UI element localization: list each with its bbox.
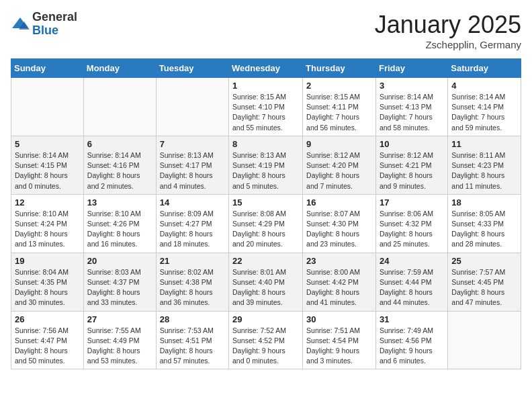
day-info: Sunrise: 8:01 AM Sunset: 4:40 PM Dayligh… bbox=[232, 267, 299, 308]
day-number: 19 bbox=[15, 256, 80, 266]
day-number: 31 bbox=[380, 314, 444, 324]
day-info: Sunrise: 8:03 AM Sunset: 4:37 PM Dayligh… bbox=[87, 267, 152, 308]
calendar-cell: 25Sunrise: 7:57 AM Sunset: 4:45 PM Dayli… bbox=[448, 253, 521, 311]
location-label: Zschepplin, Germany bbox=[375, 39, 521, 50]
day-info: Sunrise: 8:14 AM Sunset: 4:15 PM Dayligh… bbox=[15, 150, 80, 191]
page-header: General Blue January 2025 Zschepplin, Ge… bbox=[11, 11, 521, 50]
day-info: Sunrise: 8:06 AM Sunset: 4:32 PM Dayligh… bbox=[380, 209, 444, 250]
day-number: 23 bbox=[306, 256, 372, 266]
calendar-table: SundayMondayTuesdayWednesdayThursdayFrid… bbox=[11, 58, 521, 369]
calendar-week-row: 12Sunrise: 8:10 AM Sunset: 4:24 PM Dayli… bbox=[11, 194, 521, 253]
header-day-thursday: Thursday bbox=[303, 59, 376, 78]
calendar-cell: 20Sunrise: 8:03 AM Sunset: 4:37 PM Dayli… bbox=[83, 253, 156, 311]
calendar-cell: 14Sunrise: 8:09 AM Sunset: 4:27 PM Dayli… bbox=[156, 194, 228, 253]
day-number: 17 bbox=[380, 197, 444, 208]
calendar-cell: 16Sunrise: 8:07 AM Sunset: 4:30 PM Dayli… bbox=[303, 194, 376, 253]
calendar-cell: 7Sunrise: 8:13 AM Sunset: 4:17 PM Daylig… bbox=[156, 136, 228, 194]
calendar-cell: 31Sunrise: 7:49 AM Sunset: 4:56 PM Dayli… bbox=[375, 311, 447, 369]
day-info: Sunrise: 7:57 AM Sunset: 4:45 PM Dayligh… bbox=[451, 267, 517, 308]
day-info: Sunrise: 8:14 AM Sunset: 4:16 PM Dayligh… bbox=[87, 150, 152, 191]
calendar-week-row: 19Sunrise: 8:04 AM Sunset: 4:35 PM Dayli… bbox=[11, 253, 521, 311]
logo-blue-label: Blue bbox=[32, 24, 77, 38]
day-info: Sunrise: 8:04 AM Sunset: 4:35 PM Dayligh… bbox=[15, 267, 80, 308]
header-day-friday: Friday bbox=[375, 59, 447, 78]
day-info: Sunrise: 8:11 AM Sunset: 4:23 PM Dayligh… bbox=[451, 150, 517, 191]
month-title: January 2025 bbox=[375, 11, 521, 39]
header-day-monday: Monday bbox=[83, 59, 156, 78]
day-number: 4 bbox=[451, 81, 517, 91]
day-info: Sunrise: 8:12 AM Sunset: 4:20 PM Dayligh… bbox=[306, 150, 372, 191]
day-number: 11 bbox=[451, 139, 517, 149]
day-number: 18 bbox=[451, 197, 517, 208]
calendar-cell: 19Sunrise: 8:04 AM Sunset: 4:35 PM Dayli… bbox=[11, 253, 84, 311]
calendar-cell: 26Sunrise: 7:56 AM Sunset: 4:47 PM Dayli… bbox=[11, 311, 84, 369]
day-info: Sunrise: 8:15 AM Sunset: 4:11 PM Dayligh… bbox=[306, 92, 372, 133]
logo-general-label: General bbox=[32, 11, 77, 24]
calendar-cell: 15Sunrise: 8:08 AM Sunset: 4:29 PM Dayli… bbox=[229, 194, 303, 253]
day-info: Sunrise: 8:08 AM Sunset: 4:29 PM Dayligh… bbox=[232, 209, 299, 250]
calendar-cell: 21Sunrise: 8:02 AM Sunset: 4:38 PM Dayli… bbox=[156, 253, 228, 311]
day-info: Sunrise: 8:12 AM Sunset: 4:21 PM Dayligh… bbox=[380, 150, 444, 191]
calendar-cell: 28Sunrise: 7:53 AM Sunset: 4:51 PM Dayli… bbox=[156, 311, 228, 369]
day-info: Sunrise: 7:59 AM Sunset: 4:44 PM Dayligh… bbox=[380, 267, 444, 308]
calendar-week-row: 1Sunrise: 8:15 AM Sunset: 4:10 PM Daylig… bbox=[11, 78, 521, 136]
day-info: Sunrise: 7:51 AM Sunset: 4:54 PM Dayligh… bbox=[306, 326, 372, 367]
day-info: Sunrise: 7:56 AM Sunset: 4:47 PM Dayligh… bbox=[15, 326, 80, 367]
day-info: Sunrise: 8:02 AM Sunset: 4:38 PM Dayligh… bbox=[160, 267, 225, 308]
day-info: Sunrise: 8:05 AM Sunset: 4:33 PM Dayligh… bbox=[451, 209, 517, 250]
day-number: 15 bbox=[232, 197, 299, 208]
calendar-week-row: 5Sunrise: 8:14 AM Sunset: 4:15 PM Daylig… bbox=[11, 136, 521, 194]
header-day-wednesday: Wednesday bbox=[229, 59, 303, 78]
logo-icon bbox=[11, 15, 30, 34]
header-day-sunday: Sunday bbox=[11, 59, 84, 78]
day-number: 22 bbox=[232, 256, 299, 266]
day-info: Sunrise: 8:00 AM Sunset: 4:42 PM Dayligh… bbox=[306, 267, 372, 308]
day-info: Sunrise: 7:49 AM Sunset: 4:56 PM Dayligh… bbox=[380, 326, 444, 367]
day-number: 9 bbox=[306, 139, 372, 149]
calendar-cell: 17Sunrise: 8:06 AM Sunset: 4:32 PM Dayli… bbox=[375, 194, 447, 253]
calendar-cell: 2Sunrise: 8:15 AM Sunset: 4:11 PM Daylig… bbox=[303, 78, 376, 136]
day-number: 6 bbox=[87, 139, 152, 149]
day-number: 8 bbox=[232, 139, 299, 149]
calendar-cell: 11Sunrise: 8:11 AM Sunset: 4:23 PM Dayli… bbox=[448, 136, 521, 194]
title-block: January 2025 Zschepplin, Germany bbox=[375, 11, 521, 50]
day-number: 7 bbox=[160, 139, 225, 149]
calendar-cell: 4Sunrise: 8:14 AM Sunset: 4:14 PM Daylig… bbox=[448, 78, 521, 136]
calendar-cell bbox=[83, 78, 156, 136]
calendar-cell bbox=[448, 311, 521, 369]
day-info: Sunrise: 8:10 AM Sunset: 4:24 PM Dayligh… bbox=[15, 209, 80, 250]
day-number: 16 bbox=[306, 197, 372, 208]
day-info: Sunrise: 7:55 AM Sunset: 4:49 PM Dayligh… bbox=[87, 326, 152, 367]
day-number: 13 bbox=[87, 197, 152, 208]
day-info: Sunrise: 7:52 AM Sunset: 4:52 PM Dayligh… bbox=[232, 326, 299, 367]
day-number: 12 bbox=[15, 197, 80, 208]
calendar-cell: 18Sunrise: 8:05 AM Sunset: 4:33 PM Dayli… bbox=[448, 194, 521, 253]
day-number: 30 bbox=[306, 314, 372, 324]
day-number: 2 bbox=[306, 81, 372, 91]
day-number: 21 bbox=[160, 256, 225, 266]
day-info: Sunrise: 8:14 AM Sunset: 4:14 PM Dayligh… bbox=[451, 92, 517, 133]
calendar-cell: 29Sunrise: 7:52 AM Sunset: 4:52 PM Dayli… bbox=[229, 311, 303, 369]
day-number: 10 bbox=[380, 139, 444, 149]
calendar-cell: 23Sunrise: 8:00 AM Sunset: 4:42 PM Dayli… bbox=[303, 253, 376, 311]
day-number: 24 bbox=[380, 256, 444, 266]
day-number: 5 bbox=[15, 139, 80, 149]
day-info: Sunrise: 8:07 AM Sunset: 4:30 PM Dayligh… bbox=[306, 209, 372, 250]
day-info: Sunrise: 8:15 AM Sunset: 4:10 PM Dayligh… bbox=[232, 92, 299, 133]
header-row: SundayMondayTuesdayWednesdayThursdayFrid… bbox=[11, 59, 521, 78]
calendar-cell: 27Sunrise: 7:55 AM Sunset: 4:49 PM Dayli… bbox=[83, 311, 156, 369]
calendar-cell bbox=[156, 78, 228, 136]
calendar-cell: 6Sunrise: 8:14 AM Sunset: 4:16 PM Daylig… bbox=[83, 136, 156, 194]
day-number: 25 bbox=[451, 256, 517, 266]
calendar-cell: 22Sunrise: 8:01 AM Sunset: 4:40 PM Dayli… bbox=[229, 253, 303, 311]
day-info: Sunrise: 8:09 AM Sunset: 4:27 PM Dayligh… bbox=[160, 209, 225, 250]
day-number: 29 bbox=[232, 314, 299, 324]
calendar-week-row: 26Sunrise: 7:56 AM Sunset: 4:47 PM Dayli… bbox=[11, 311, 521, 369]
day-number: 20 bbox=[87, 256, 152, 266]
logo: General Blue bbox=[11, 11, 77, 38]
day-number: 28 bbox=[160, 314, 225, 324]
calendar-cell: 3Sunrise: 8:14 AM Sunset: 4:13 PM Daylig… bbox=[375, 78, 447, 136]
day-info: Sunrise: 8:13 AM Sunset: 4:19 PM Dayligh… bbox=[232, 150, 299, 191]
header-day-saturday: Saturday bbox=[448, 59, 521, 78]
calendar-cell: 30Sunrise: 7:51 AM Sunset: 4:54 PM Dayli… bbox=[303, 311, 376, 369]
